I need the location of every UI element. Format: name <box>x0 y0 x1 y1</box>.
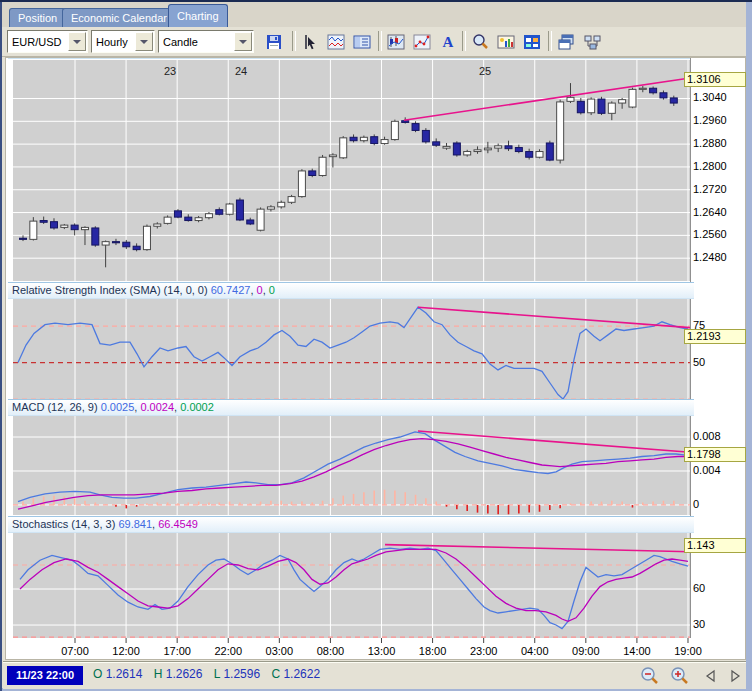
stoch-price-box: 1.143 <box>684 538 746 553</box>
stoch-axis-tick: 60 <box>693 582 745 594</box>
stoch-title: Stochastics (14, 3, 3) <box>12 518 118 530</box>
symbol-select[interactable]: EUR/USD <box>7 30 88 53</box>
rsi-value: 0 <box>269 284 275 296</box>
close-label: C <box>271 667 280 681</box>
zoom-icon <box>471 33 489 51</box>
text-label-button[interactable]: A <box>436 31 460 52</box>
rsi-value: 60.7427 <box>211 284 251 296</box>
time-axis-label: 17:00 <box>155 645 199 657</box>
main-axis-tick: 1.2800 <box>693 160 745 172</box>
toolbar-separator <box>378 31 382 51</box>
open-value: 1.2614 <box>106 667 143 681</box>
time-axis-label: 04:00 <box>513 645 557 657</box>
main-axis-tick: 1.2960 <box>693 114 745 126</box>
time-axis-label: 14:00 <box>615 645 659 657</box>
zoom-in-button[interactable] <box>667 665 693 687</box>
main-axis-tick: 1.2720 <box>693 183 745 195</box>
chart-style-icon <box>387 33 405 51</box>
scroll-left-button[interactable] <box>701 665 721 687</box>
line-studies-button[interactable] <box>410 31 434 52</box>
toolbar: EUR/USD Hourly Candle <box>2 27 746 57</box>
low-value: 1.2596 <box>223 667 260 681</box>
chart-type-value: Candle <box>159 36 233 48</box>
macd-price-box: 1.1798 <box>684 447 746 462</box>
toolbar-separator <box>548 31 552 51</box>
chart-snapshot-button[interactable] <box>494 31 518 52</box>
time-axis-label: 12:00 <box>104 645 148 657</box>
ohlc-readout: O 1.2614 H 1.2626 L 1.2596 C 1.2622 <box>93 667 328 681</box>
arrow-right-icon <box>728 669 742 683</box>
chart-area[interactable] <box>5 57 746 660</box>
interval-value: Hourly <box>92 36 134 48</box>
rsi-axis-tick: 50 <box>693 356 745 368</box>
toolbar-separator <box>292 31 296 51</box>
chevron-down-icon[interactable] <box>234 32 252 51</box>
time-axis-label: 13:00 <box>359 645 403 657</box>
time-axis-label: 23:00 <box>462 645 506 657</box>
chart-snapshot-icon <box>497 33 515 51</box>
time-axis-label: 22:00 <box>206 645 250 657</box>
cursor-datetime: 11/23 22:00 <box>7 666 83 685</box>
macd-value: 0.0025 <box>101 401 135 413</box>
pointer-icon <box>301 33 319 51</box>
grid-layout-button[interactable] <box>520 31 544 52</box>
stochastics-panel-header: Stochastics (14, 3, 3) 69.841, 66.4549 <box>8 516 694 533</box>
scroll-right-button[interactable] <box>725 665 745 687</box>
charting-window: Position Economic Calendar Charting EUR/… <box>0 0 752 691</box>
close-value: 1.2622 <box>283 667 320 681</box>
stoch-value: 69.841 <box>118 518 152 530</box>
cascade-windows-button[interactable] <box>554 31 578 52</box>
open-label: O <box>93 667 102 681</box>
arrow-left-icon <box>704 669 718 683</box>
high-label: H <box>154 667 163 681</box>
chart-style-button[interactable] <box>384 31 408 52</box>
line-studies-icon <box>413 33 431 51</box>
zoom-out-icon <box>639 666 661 686</box>
main-axis-tick: 1.2880 <box>693 137 745 149</box>
time-axis-label: 07:00 <box>53 645 97 657</box>
main-axis-tick: 1.3040 <box>693 91 745 103</box>
rsi-panel-header: Relative Strength Index (SMA) (14, 0, 0)… <box>8 282 694 299</box>
macd-panel-header: MACD (12, 26, 9) 0.0025, 0.0024, 0.0002 <box>8 399 694 416</box>
main-price-box: 1.3106 <box>684 72 746 87</box>
data-window-icon <box>353 33 371 51</box>
tab-charting[interactable]: Charting <box>168 4 228 27</box>
chevron-down-icon[interactable] <box>68 32 86 51</box>
main-axis-tick: 1.2480 <box>693 251 745 263</box>
macd-value: 0.0002 <box>180 401 214 413</box>
zoom-in-icon <box>669 666 691 686</box>
zoom-out-button[interactable] <box>637 665 663 687</box>
rsi-price-box: 1.2193 <box>684 329 746 344</box>
save-icon <box>265 33 283 51</box>
low-label: L <box>214 667 220 681</box>
indicators-icon <box>327 33 345 51</box>
save-button[interactable] <box>262 31 286 52</box>
status-bar: 11/23 22:00 O 1.2614 H 1.2626 L 1.2596 C… <box>3 662 746 689</box>
tab-economic-calendar[interactable]: Economic Calendar <box>62 8 176 27</box>
cascade-windows-icon <box>557 33 575 51</box>
link-windows-icon <box>583 33 601 51</box>
indicators-button[interactable] <box>324 31 348 52</box>
time-axis-label: 18:00 <box>411 645 455 657</box>
stoch-value: 66.4549 <box>158 518 198 530</box>
chevron-down-icon[interactable] <box>135 32 153 51</box>
data-window-button[interactable] <box>350 31 374 52</box>
grid-layout-icon <box>523 33 541 51</box>
rsi-title: Relative Strength Index (SMA) (14, 0, 0) <box>12 284 211 296</box>
time-axis-label: 03:00 <box>257 645 301 657</box>
chart-type-select[interactable]: Candle <box>158 30 254 53</box>
high-value: 1.2626 <box>166 667 203 681</box>
pointer-button[interactable] <box>298 31 322 52</box>
zoom-button[interactable] <box>468 31 492 52</box>
main-axis-tick: 1.2640 <box>693 206 745 218</box>
time-axis-label: 09:00 <box>564 645 608 657</box>
tab-position[interactable]: Position <box>9 8 66 27</box>
time-axis-label: 19:00 <box>666 645 710 657</box>
time-axis-label: 08:00 <box>308 645 352 657</box>
stoch-axis-tick: 30 <box>693 618 745 630</box>
link-windows-button[interactable] <box>580 31 604 52</box>
macd-axis-tick: 0.004 <box>693 464 745 476</box>
interval-select[interactable]: Hourly <box>91 30 155 53</box>
symbol-value: EUR/USD <box>8 36 67 48</box>
macd-value: 0.0024 <box>140 401 174 413</box>
